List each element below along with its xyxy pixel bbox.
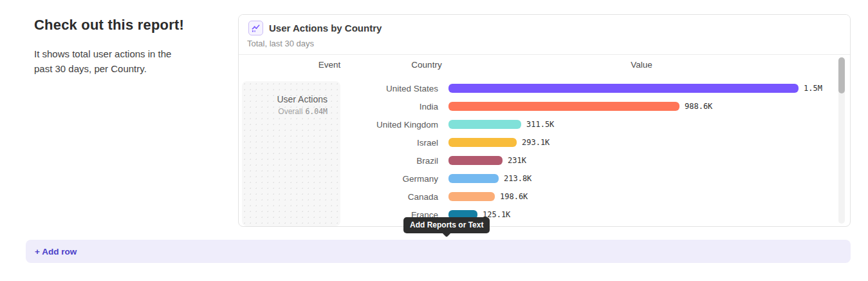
bar-row: Germany213.8K (239, 170, 850, 188)
value-bar[interactable] (448, 156, 503, 165)
value-bar[interactable] (448, 84, 799, 93)
add-row-button[interactable]: + Add row (26, 240, 851, 263)
column-header-event: Event (319, 60, 341, 70)
country-label: Canada (239, 192, 438, 202)
value-label: 198.6K (500, 192, 528, 201)
report-title[interactable]: User Actions by Country (269, 23, 382, 34)
tooltip-caret-icon (442, 228, 451, 237)
country-label: Israel (239, 138, 438, 148)
report-subtitle: Total, last 30 days (247, 39, 314, 48)
value-label: 988.6K (685, 102, 712, 111)
intro-block: Check out this report! It shows total us… (34, 17, 195, 77)
bar-row: United Kingdom311.5K (239, 115, 850, 133)
bar-row: Israel293.1K (239, 133, 850, 151)
value-label: 231K (508, 156, 526, 165)
add-reports-tooltip: Add Reports or Text (403, 217, 490, 233)
value-bar[interactable] (448, 174, 499, 183)
bar-row: Canada198.6K (239, 188, 850, 206)
value-bar[interactable] (448, 192, 495, 201)
bar-row: France125.1K (239, 206, 850, 224)
column-header-value: Value (631, 60, 652, 70)
intro-heading: Check out this report! (34, 17, 195, 34)
country-label: Brazil (239, 156, 438, 166)
intro-body: It shows total user actions in the past … (34, 46, 189, 77)
column-header-country: Country (411, 60, 441, 70)
value-bar[interactable] (448, 120, 521, 129)
report-card[interactable]: User Actions by Country Total, last 30 d… (238, 14, 851, 227)
bar-row: United States1.5M (239, 79, 850, 97)
report-card-header: User Actions by Country Total, last 30 d… (239, 15, 850, 55)
bar-row: India988.6K (239, 97, 850, 115)
value-bar[interactable] (448, 102, 679, 111)
insights-chart-icon (248, 21, 263, 35)
chart-scrollbar-thumb[interactable] (838, 57, 845, 93)
country-label: United Kingdom (239, 120, 438, 130)
bar-row: Brazil231K (239, 151, 850, 170)
value-label: 1.5M (804, 84, 822, 93)
country-label: India (239, 102, 438, 111)
bar-rows: United States1.5MIndia988.6KUnited Kingd… (239, 79, 850, 224)
country-label: United States (239, 84, 438, 93)
value-label: 213.8K (504, 174, 531, 183)
country-label: Germany (239, 174, 438, 184)
value-label: 311.5K (526, 120, 554, 129)
value-bar[interactable] (448, 138, 517, 147)
add-row-label: + Add row (35, 247, 77, 257)
value-label: 293.1K (522, 138, 549, 147)
chart-scrollbar-track[interactable] (838, 57, 845, 224)
